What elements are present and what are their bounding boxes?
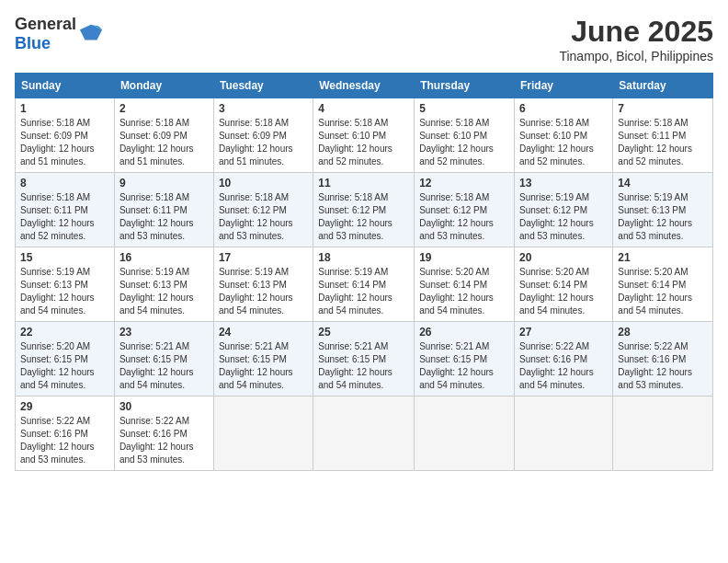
- day-number: 3: [219, 102, 308, 115]
- day-info: Sunrise: 5:18 AMSunset: 6:09 PMDaylight:…: [20, 118, 95, 167]
- day-number: 11: [318, 177, 409, 190]
- day-number: 6: [519, 102, 608, 115]
- day-info: Sunrise: 5:19 AMSunset: 6:13 PMDaylight:…: [119, 267, 194, 316]
- day-info: Sunrise: 5:19 AMSunset: 6:12 PMDaylight:…: [519, 192, 594, 241]
- day-number: 29: [20, 400, 109, 413]
- calendar-cell: 5 Sunrise: 5:18 AMSunset: 6:10 PMDayligh…: [415, 98, 515, 173]
- calendar-cell: 19 Sunrise: 5:20 AMSunset: 6:14 PMDaylig…: [415, 247, 515, 322]
- day-number: 26: [419, 326, 509, 339]
- day-number: 13: [519, 177, 608, 190]
- calendar-cell: 10 Sunrise: 5:18 AMSunset: 6:12 PMDaylig…: [213, 173, 313, 247]
- day-info: Sunrise: 5:21 AMSunset: 6:15 PMDaylight:…: [318, 341, 392, 390]
- day-number: 12: [419, 177, 509, 190]
- day-info: Sunrise: 5:21 AMSunset: 6:15 PMDaylight:…: [119, 341, 194, 390]
- calendar-cell: 30 Sunrise: 5:22 AMSunset: 6:16 PMDaylig…: [114, 396, 213, 471]
- calendar-table: SundayMondayTuesdayWednesdayThursdayFrid…: [15, 73, 713, 471]
- day-number: 5: [419, 102, 509, 115]
- day-info: Sunrise: 5:20 AMSunset: 6:14 PMDaylight:…: [618, 267, 692, 316]
- day-number: 8: [20, 177, 109, 190]
- day-number: 19: [419, 251, 509, 264]
- day-number: 16: [119, 251, 209, 264]
- calendar-cell: 26 Sunrise: 5:21 AMSunset: 6:15 PMDaylig…: [415, 322, 515, 396]
- day-number: 21: [618, 251, 708, 264]
- day-number: 9: [119, 177, 209, 190]
- day-info: Sunrise: 5:21 AMSunset: 6:15 PMDaylight:…: [419, 341, 494, 390]
- calendar-cell: 25 Sunrise: 5:21 AMSunset: 6:15 PMDaylig…: [313, 322, 415, 396]
- day-number: 4: [318, 102, 409, 115]
- calendar-cell: 20 Sunrise: 5:20 AMSunset: 6:14 PMDaylig…: [515, 247, 613, 322]
- calendar-cell: [515, 396, 613, 471]
- day-number: 2: [119, 102, 209, 115]
- calendar-cell: [613, 396, 713, 471]
- day-info: Sunrise: 5:18 AMSunset: 6:11 PMDaylight:…: [618, 118, 692, 167]
- title-area: June 2025 Tinampo, Bicol, Philippines: [559, 15, 713, 63]
- calendar-cell: 6 Sunrise: 5:18 AMSunset: 6:10 PMDayligh…: [515, 98, 613, 173]
- calendar-week-row: 22 Sunrise: 5:20 AMSunset: 6:15 PMDaylig…: [16, 322, 713, 396]
- day-info: Sunrise: 5:22 AMSunset: 6:16 PMDaylight:…: [20, 416, 95, 465]
- calendar-cell: 28 Sunrise: 5:22 AMSunset: 6:16 PMDaylig…: [613, 322, 713, 396]
- day-number: 7: [618, 102, 708, 115]
- day-number: 15: [20, 251, 109, 264]
- logo: General Blue: [15, 15, 104, 53]
- calendar-cell: 11 Sunrise: 5:18 AMSunset: 6:12 PMDaylig…: [313, 173, 415, 247]
- day-number: 24: [219, 326, 308, 339]
- header: General Blue June 2025 Tinampo, Bicol, P…: [15, 15, 713, 63]
- day-info: Sunrise: 5:20 AMSunset: 6:14 PMDaylight:…: [519, 267, 594, 316]
- calendar-cell: [313, 396, 415, 471]
- calendar-week-row: 8 Sunrise: 5:18 AMSunset: 6:11 PMDayligh…: [16, 173, 713, 247]
- calendar-cell: 29 Sunrise: 5:22 AMSunset: 6:16 PMDaylig…: [16, 396, 115, 471]
- calendar-cell: 23 Sunrise: 5:21 AMSunset: 6:15 PMDaylig…: [114, 322, 213, 396]
- calendar-cell: 22 Sunrise: 5:20 AMSunset: 6:15 PMDaylig…: [16, 322, 115, 396]
- calendar-cell: 13 Sunrise: 5:19 AMSunset: 6:12 PMDaylig…: [515, 173, 613, 247]
- day-info: Sunrise: 5:18 AMSunset: 6:11 PMDaylight:…: [20, 192, 95, 241]
- location-title: Tinampo, Bicol, Philippines: [559, 49, 713, 63]
- day-number: 25: [318, 326, 409, 339]
- calendar-cell: 3 Sunrise: 5:18 AMSunset: 6:09 PMDayligh…: [213, 98, 313, 173]
- day-info: Sunrise: 5:18 AMSunset: 6:12 PMDaylight:…: [219, 192, 293, 241]
- month-title: June 2025: [559, 15, 713, 49]
- calendar-cell: 9 Sunrise: 5:18 AMSunset: 6:11 PMDayligh…: [114, 173, 213, 247]
- day-number: 27: [519, 326, 608, 339]
- day-number: 14: [618, 177, 708, 190]
- day-info: Sunrise: 5:18 AMSunset: 6:12 PMDaylight:…: [419, 192, 494, 241]
- calendar-cell: 12 Sunrise: 5:18 AMSunset: 6:12 PMDaylig…: [415, 173, 515, 247]
- calendar-cell: 2 Sunrise: 5:18 AMSunset: 6:09 PMDayligh…: [114, 98, 213, 173]
- calendar-cell: 16 Sunrise: 5:19 AMSunset: 6:13 PMDaylig…: [114, 247, 213, 322]
- day-info: Sunrise: 5:19 AMSunset: 6:14 PMDaylight:…: [318, 267, 392, 316]
- day-info: Sunrise: 5:18 AMSunset: 6:10 PMDaylight:…: [318, 118, 392, 167]
- calendar-week-row: 29 Sunrise: 5:22 AMSunset: 6:16 PMDaylig…: [16, 396, 713, 471]
- day-info: Sunrise: 5:22 AMSunset: 6:16 PMDaylight:…: [618, 341, 692, 390]
- logo-icon: [78, 21, 104, 47]
- weekday-header-row: SundayMondayTuesdayWednesdayThursdayFrid…: [16, 74, 713, 98]
- calendar-cell: 18 Sunrise: 5:19 AMSunset: 6:14 PMDaylig…: [313, 247, 415, 322]
- calendar-cell: 27 Sunrise: 5:22 AMSunset: 6:16 PMDaylig…: [515, 322, 613, 396]
- calendar-cell: [415, 396, 515, 471]
- day-info: Sunrise: 5:18 AMSunset: 6:10 PMDaylight:…: [519, 118, 594, 167]
- day-number: 10: [219, 177, 308, 190]
- day-info: Sunrise: 5:22 AMSunset: 6:16 PMDaylight:…: [519, 341, 594, 390]
- day-info: Sunrise: 5:19 AMSunset: 6:13 PMDaylight:…: [20, 267, 95, 316]
- day-info: Sunrise: 5:18 AMSunset: 6:09 PMDaylight:…: [119, 118, 194, 167]
- day-number: 20: [519, 251, 608, 264]
- calendar-cell: 7 Sunrise: 5:18 AMSunset: 6:11 PMDayligh…: [613, 98, 713, 173]
- calendar-cell: [213, 396, 313, 471]
- day-number: 28: [618, 326, 708, 339]
- day-info: Sunrise: 5:22 AMSunset: 6:16 PMDaylight:…: [119, 416, 194, 465]
- logo-blue: Blue: [15, 34, 51, 52]
- day-number: 1: [20, 102, 109, 115]
- weekday-header-tuesday: Tuesday: [213, 74, 313, 98]
- day-number: 30: [119, 400, 209, 413]
- day-number: 17: [219, 251, 308, 264]
- calendar-cell: 17 Sunrise: 5:19 AMSunset: 6:13 PMDaylig…: [213, 247, 313, 322]
- day-number: 23: [119, 326, 209, 339]
- weekday-header-friday: Friday: [515, 74, 613, 98]
- day-info: Sunrise: 5:19 AMSunset: 6:13 PMDaylight:…: [219, 267, 293, 316]
- weekday-header-sunday: Sunday: [16, 74, 115, 98]
- calendar-cell: 21 Sunrise: 5:20 AMSunset: 6:14 PMDaylig…: [613, 247, 713, 322]
- day-number: 18: [318, 251, 409, 264]
- calendar-cell: 14 Sunrise: 5:19 AMSunset: 6:13 PMDaylig…: [613, 173, 713, 247]
- calendar-cell: 1 Sunrise: 5:18 AMSunset: 6:09 PMDayligh…: [16, 98, 115, 173]
- weekday-header-wednesday: Wednesday: [313, 74, 415, 98]
- day-info: Sunrise: 5:21 AMSunset: 6:15 PMDaylight:…: [219, 341, 293, 390]
- logo-text: General Blue: [15, 15, 76, 53]
